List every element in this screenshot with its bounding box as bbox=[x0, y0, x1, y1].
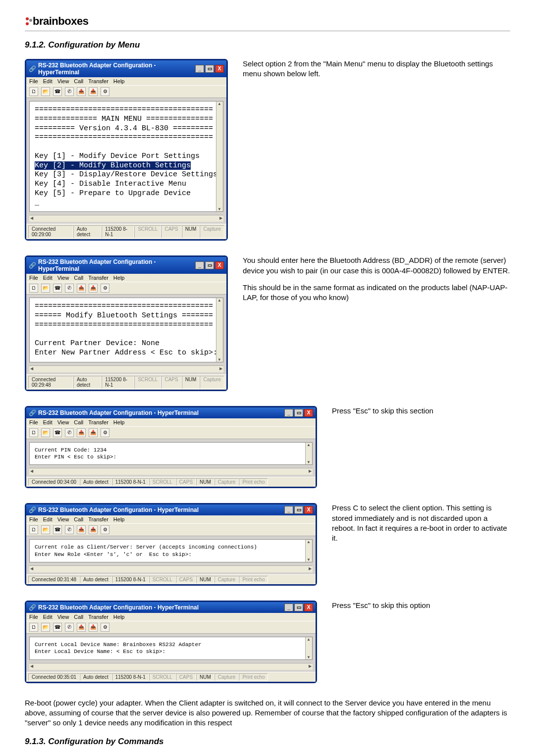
minimize-button[interactable]: _ bbox=[284, 409, 293, 417]
menu-call[interactable]: Call bbox=[74, 78, 83, 84]
horizontal-scrollbar[interactable] bbox=[29, 663, 313, 670]
close-button[interactable]: X bbox=[215, 261, 224, 269]
terminal-pane[interactable]: Current role as Client/Server: Server (a… bbox=[29, 539, 313, 562]
menu-edit[interactable]: Edit bbox=[43, 78, 53, 84]
menu-view[interactable]: View bbox=[57, 78, 69, 84]
properties-icon[interactable]: ⚙ bbox=[101, 623, 109, 632]
new-file-icon[interactable]: 🗋 bbox=[29, 284, 38, 293]
close-button[interactable]: X bbox=[304, 409, 313, 417]
menu-file[interactable]: File bbox=[29, 419, 38, 425]
connect-icon[interactable]: ☎ bbox=[53, 284, 62, 293]
open-icon[interactable]: 📂 bbox=[41, 623, 50, 632]
menu-edit[interactable]: Edit bbox=[43, 275, 53, 281]
vertical-scrollbar[interactable] bbox=[305, 637, 312, 659]
menu-call[interactable]: Call bbox=[74, 614, 83, 620]
menu-view[interactable]: View bbox=[57, 614, 69, 620]
maximize-button[interactable]: ▭ bbox=[205, 65, 214, 73]
minimize-button[interactable]: _ bbox=[284, 604, 293, 611]
menu-edit[interactable]: Edit bbox=[43, 516, 53, 522]
new-file-icon[interactable]: 🗋 bbox=[29, 428, 38, 437]
menu-help[interactable]: Help bbox=[113, 78, 125, 84]
maximize-button[interactable]: ▭ bbox=[294, 604, 303, 611]
disconnect-icon[interactable]: ✆ bbox=[65, 623, 74, 632]
send-icon[interactable]: 📤 bbox=[77, 428, 86, 437]
terminal-pane[interactable]: ========================================… bbox=[29, 101, 223, 212]
menu-help[interactable]: Help bbox=[113, 275, 125, 281]
app-icon: 🔗 bbox=[29, 65, 36, 72]
menu-file[interactable]: File bbox=[29, 516, 38, 522]
properties-icon[interactable]: ⚙ bbox=[101, 284, 109, 293]
disconnect-icon[interactable]: ✆ bbox=[65, 525, 74, 534]
menu-call[interactable]: Call bbox=[74, 516, 83, 522]
send-icon[interactable]: 📤 bbox=[77, 87, 86, 96]
vertical-scrollbar[interactable] bbox=[305, 540, 312, 562]
open-icon[interactable]: 📂 bbox=[41, 525, 50, 534]
connect-icon[interactable]: ☎ bbox=[53, 525, 62, 534]
open-icon[interactable]: 📂 bbox=[41, 284, 50, 293]
terminal-pane[interactable]: ========================================… bbox=[29, 298, 223, 362]
receive-icon[interactable]: 📥 bbox=[89, 284, 98, 293]
menu-file[interactable]: File bbox=[29, 614, 38, 620]
maximize-button[interactable]: ▭ bbox=[205, 261, 214, 269]
open-icon[interactable]: 📂 bbox=[41, 87, 50, 96]
titlebar: 🔗RS-232 Bluetooth Adapter Configuration … bbox=[26, 60, 226, 77]
menu-transfer[interactable]: Transfer bbox=[88, 614, 108, 620]
vertical-scrollbar[interactable] bbox=[216, 101, 223, 211]
terminal-pane[interactable]: Current Local Device Name: Brainboxes RS… bbox=[29, 637, 313, 660]
menu-call[interactable]: Call bbox=[74, 275, 83, 281]
status-auto: Auto detect bbox=[73, 376, 102, 389]
properties-icon[interactable]: ⚙ bbox=[101, 525, 109, 534]
connect-icon[interactable]: ☎ bbox=[53, 87, 62, 96]
menu-edit[interactable]: Edit bbox=[43, 419, 53, 425]
menu-transfer[interactable]: Transfer bbox=[88, 275, 108, 281]
maximize-button[interactable]: ▭ bbox=[294, 409, 303, 417]
close-button[interactable]: X bbox=[304, 604, 313, 611]
vertical-scrollbar[interactable] bbox=[305, 443, 312, 465]
connect-icon[interactable]: ☎ bbox=[53, 623, 62, 632]
menu-file[interactable]: File bbox=[29, 78, 38, 84]
horizontal-scrollbar[interactable] bbox=[29, 215, 223, 222]
properties-icon[interactable]: ⚙ bbox=[101, 428, 109, 437]
send-icon[interactable]: 📤 bbox=[77, 284, 86, 293]
send-icon[interactable]: 📤 bbox=[77, 525, 86, 534]
menu-help[interactable]: Help bbox=[113, 419, 125, 425]
menu-transfer[interactable]: Transfer bbox=[88, 419, 108, 425]
vertical-scrollbar[interactable] bbox=[216, 298, 223, 362]
new-file-icon[interactable]: 🗋 bbox=[29, 87, 38, 96]
menu-help[interactable]: Help bbox=[113, 614, 125, 620]
menu-view[interactable]: View bbox=[57, 275, 69, 281]
send-icon[interactable]: 📤 bbox=[77, 623, 86, 632]
menu-view[interactable]: View bbox=[57, 516, 69, 522]
menu-file[interactable]: File bbox=[29, 275, 38, 281]
menu-view[interactable]: View bbox=[57, 419, 69, 425]
menu-transfer[interactable]: Transfer bbox=[88, 78, 108, 84]
new-file-icon[interactable]: 🗋 bbox=[29, 623, 38, 632]
menu-help[interactable]: Help bbox=[113, 516, 125, 522]
close-button[interactable]: X bbox=[304, 506, 313, 514]
horizontal-scrollbar[interactable] bbox=[29, 365, 223, 372]
menu-call[interactable]: Call bbox=[74, 419, 83, 425]
minimize-button[interactable]: _ bbox=[284, 506, 293, 514]
disconnect-icon[interactable]: ✆ bbox=[65, 87, 74, 96]
receive-icon[interactable]: 📥 bbox=[89, 623, 98, 632]
minimize-button[interactable]: _ bbox=[195, 65, 204, 73]
disconnect-icon[interactable]: ✆ bbox=[65, 428, 74, 437]
new-file-icon[interactable]: 🗋 bbox=[29, 525, 38, 534]
maximize-button[interactable]: ▭ bbox=[294, 506, 303, 514]
menu-transfer[interactable]: Transfer bbox=[88, 516, 108, 522]
close-button[interactable]: X bbox=[215, 65, 224, 73]
receive-icon[interactable]: 📥 bbox=[89, 428, 98, 437]
status-caps: CAPS bbox=[161, 376, 181, 389]
terminal-pane[interactable]: Current PIN Code: 1234 Enter PIN < Esc t… bbox=[29, 442, 313, 465]
menu-edit[interactable]: Edit bbox=[43, 614, 53, 620]
receive-icon[interactable]: 📥 bbox=[89, 525, 98, 534]
open-icon[interactable]: 📂 bbox=[41, 428, 50, 437]
properties-icon[interactable]: ⚙ bbox=[101, 87, 109, 96]
receive-icon[interactable]: 📥 bbox=[89, 87, 98, 96]
disconnect-icon[interactable]: ✆ bbox=[65, 284, 74, 293]
logo-row: brainboxes bbox=[25, 15, 510, 31]
connect-icon[interactable]: ☎ bbox=[53, 428, 62, 437]
minimize-button[interactable]: _ bbox=[195, 261, 204, 269]
horizontal-scrollbar[interactable] bbox=[29, 468, 313, 475]
horizontal-scrollbar[interactable] bbox=[29, 565, 313, 572]
